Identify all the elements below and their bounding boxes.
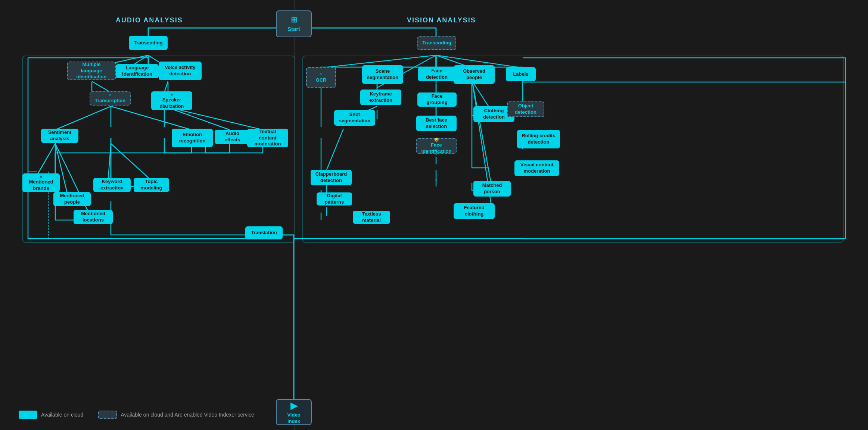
keyframe-node[interactable]: Keyframe extraction [360,90,401,105]
best-face-node[interactable]: Best face selection [416,116,457,131]
textual-content-node[interactable]: Textual content moderation [247,129,288,147]
mentioned-people-node[interactable]: Mentioned people [53,192,91,206]
audio-transcoding-node[interactable]: Transcoding [129,36,168,50]
visual-content-node[interactable]: Visual content moderation [514,160,559,176]
vision-transcoding-node[interactable]: Transcoding [417,36,456,50]
featured-clothing-node[interactable]: Featured clothing [454,203,495,219]
svg-line-24 [327,129,343,170]
svg-line-6 [164,81,168,92]
svg-line-28 [472,81,491,183]
legend-arc: Available on cloud and Arc-enabled Video… [98,411,254,419]
textless-material-node[interactable]: Textless material [353,211,390,224]
svg-line-5 [92,81,111,92]
vision-section-label: VISION ANALYSIS [407,16,476,24]
svg-line-14 [108,144,111,178]
rolling-credits-node[interactable]: Rolling credits detection [517,130,560,148]
observed-people-node[interactable]: Observed people [454,65,495,84]
start-icon: ⊞ [287,15,300,25]
transcription-node[interactable]: ≡ Transcription [90,91,131,106]
audio-effects-node[interactable]: Audio effects [215,130,250,144]
clapperboard-node[interactable]: Clapperboard detection [311,170,352,185]
legend: Available on cloud Available on cloud an… [19,411,254,419]
video-index-node[interactable]: ▶ Video index [276,399,312,425]
face-grouping-node[interactable]: Face grouping [417,92,457,107]
face-id-node[interactable]: 😐 Face identification [416,138,457,154]
ocr-node[interactable]: ≡ OCR [306,67,336,88]
face-detection-node[interactable]: Face detection [418,67,455,81]
keyword-node[interactable]: Keyword extraction [93,178,131,192]
section-divider [294,0,295,430]
legend-cyan-box [19,411,37,419]
speaker-diar-node[interactable]: ≡ Speaker diarization [151,91,192,110]
sentiment-node[interactable]: Sentiment analysis [41,129,78,143]
multiple-lang-node[interactable]: Multiple language identification [67,62,116,80]
lang-id-node[interactable]: Language identification [116,64,159,78]
svg-line-11 [37,144,55,175]
labels-node[interactable]: Labels [506,67,536,81]
diagram-container: AUDIO ANALYSIS VISION ANALYSIS ⊞ Start T… [0,0,868,430]
translation-node[interactable]: Translation [245,226,283,239]
legend-arc-box [98,411,117,419]
legend-cloud: Available on cloud [19,411,83,419]
scene-seg-node[interactable]: Scene segmentation [362,65,403,84]
mentioned-locations-node[interactable]: Mentioned locations [74,210,113,224]
matched-person-node[interactable]: Matched person [473,181,511,197]
svg-line-15 [111,144,149,178]
voice-activity-node[interactable]: Voice activity detection [159,62,202,80]
digital-patterns-node[interactable]: Digital patterns [317,192,352,205]
svg-line-30 [472,81,491,110]
svg-line-7 [55,106,111,130]
shot-seg-node[interactable]: Shot segmentation [334,110,375,126]
mentioned-brands-node[interactable]: ≡ Mentioned brands [22,173,60,192]
topic-node[interactable]: Topic modeling [134,178,169,192]
svg-rect-0 [22,56,295,242]
audio-section-label: AUDIO ANALYSIS [116,16,183,24]
start-node[interactable]: ⊞ Start [276,10,312,37]
object-detection-node[interactable]: Object detection [507,101,544,117]
video-index-icon: ▶ [280,400,307,411]
emotion-node[interactable]: Emotion recognition [172,129,213,147]
